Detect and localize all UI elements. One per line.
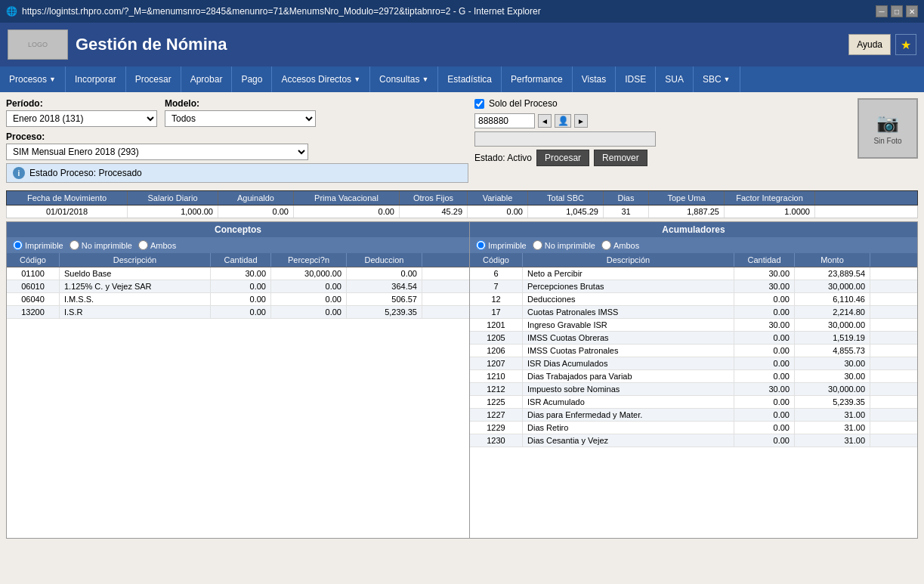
solo-proceso-label: Solo del Proceso [489,98,558,109]
conceptos-ambos-radio[interactable] [138,240,148,250]
acum-ambos-radio[interactable] [601,240,611,250]
con-deduccion-2: 364.54 [347,280,422,292]
acum-desc-5: Ingreso Gravable ISR [523,319,734,331]
minimize-button[interactable]: ─ [876,5,888,17]
acum-cantidad-4: 0.00 [734,306,795,318]
acum-imprimible-radio[interactable] [476,240,486,250]
conceptos-title: Conceptos [7,222,469,237]
con-cantidad-3: 0.00 [211,293,271,305]
nav-aprobar[interactable]: Aprobar [181,66,233,92]
cell-tope: 1,887.25 [649,205,725,218]
acum-codigo-2: 7 [470,280,523,292]
acumuladores-table-header: Código Descripción Cantidad Monto [470,253,917,267]
acum-noimprimible-radio[interactable] [533,240,542,250]
nav-incorporar[interactable]: Incorporar [66,66,126,92]
table-row: 1225 ISR Acumulado 0.00 5,239.35 [470,396,917,409]
acum-noimprimible-label[interactable]: No imprimible [533,240,595,250]
nav-sbc[interactable]: SBC ▼ [694,66,740,92]
acum-desc-9: Dias Trabajados para Variab [523,370,734,382]
maximize-button[interactable]: □ [891,5,903,17]
conceptos-noimprimible-radio[interactable] [70,240,79,250]
acum-cantidad-2: 30.00 [734,280,795,292]
con-col-deduccion: Deduccion [347,253,422,267]
nav-sua[interactable]: SUA [656,66,694,92]
con-deduccion-4: 5,239.35 [347,306,422,318]
procesar-button[interactable]: Procesar [536,150,589,166]
estado-text: Estado Proceso: Procesado [29,168,142,178]
nav-consultas[interactable]: Consultas ▼ [370,66,438,92]
nav-procesos[interactable]: Procesos ▼ [0,66,66,92]
accesos-arrow-icon: ▼ [354,76,360,83]
acum-cantidad-12: 0.00 [734,409,795,421]
bottom-panels: Conceptos Imprimible No imprimible Ambos… [6,221,918,539]
solo-proceso-checkbox[interactable] [474,99,484,109]
conceptos-imprimible-label[interactable]: Imprimible [13,240,63,250]
table-row: 01100 Sueldo Base 30.00 30,000.00 0.00 [7,267,469,280]
acum-ambos-label[interactable]: Ambos [601,240,639,250]
acum-cantidad-1: 30.00 [734,267,795,280]
periodo-label: Período: [6,98,157,109]
acum-codigo-14: 1230 [470,434,523,446]
nav-accesos[interactable]: Accesos Directos ▼ [272,66,370,92]
col-salario: Salario Diario [128,191,218,205]
conceptos-ambos-label[interactable]: Ambos [138,240,176,250]
nav-performance[interactable]: Performance [502,66,573,92]
con-desc-1: Sueldo Base [60,267,211,280]
con-cantidad-1: 30.00 [211,267,271,280]
employee-id-input[interactable] [474,113,535,128]
acum-desc-14: Dias Cesantia y Vejez [523,434,734,446]
proceso-label: Proceso: [6,131,468,142]
acum-monto-10: 30,000.00 [795,383,870,395]
modelo-select[interactable]: Todos [165,110,316,127]
proceso-select[interactable]: SIM Mensual Enero 2018 (293) [6,144,308,160]
person-icon-button[interactable]: 👤 [555,114,571,128]
con-col-desc: Descripción [60,253,211,267]
remover-button[interactable]: Remover [594,150,647,166]
acum-monto-2: 30,000.00 [795,280,870,292]
ayuda-button[interactable]: Ayuda [848,34,891,55]
conceptos-imprimible-radio[interactable] [13,240,23,250]
acum-col-cantidad: Cantidad [734,253,795,267]
logo-placeholder: LOGO [28,41,48,48]
periodo-select[interactable]: Enero 2018 (131) [6,110,157,127]
acum-cantidad-7: 0.00 [734,345,795,357]
employee-photo: 📷 Sin Foto [858,98,918,159]
col-otros: Otros Fijos [400,191,468,205]
prev-employee-button[interactable]: ◄ [538,114,552,128]
table-row: 13200 I.S.R 0.00 0.00 5,239.35 [7,306,469,319]
acum-desc-8: ISR Dias Acumulados [523,357,734,369]
sin-foto-label: Sin Foto [873,137,901,145]
acum-cantidad-5: 30.00 [734,319,795,331]
col-dias: Dias [604,191,649,205]
con-deduccion-3: 506.57 [347,293,422,305]
conceptos-noimprimible-label[interactable]: No imprimible [70,240,132,250]
acum-desc-4: Cuotas Patronales IMSS [523,306,734,318]
acum-desc-6: IMSS Cuotas Obreras [523,332,734,344]
title-bar: 🌐 https://logintst.rhpro.com/?_M=&menums… [0,0,924,23]
nav-pago[interactable]: Pago [232,66,272,92]
con-col-percepcion: Percepci?n [271,253,347,267]
acum-imprimible-label[interactable]: Imprimible [476,240,527,250]
table-row: 1207 ISR Dias Acumulados 0.00 30.00 [470,357,917,370]
nav-vistas[interactable]: Vistas [573,66,616,92]
employee-name-input[interactable] [474,131,656,147]
acumuladores-panel: Acumuladores Imprimible No imprimible Am… [470,221,918,539]
col-tope: Tope Uma [649,191,725,205]
table-row: 1206 IMSS Cuotas Patronales 0.00 4,855.7… [470,345,917,357]
acum-desc-3: Deducciones [523,293,734,305]
acum-monto-14: 31.00 [795,434,870,446]
acum-monto-1: 23,889.54 [795,267,870,280]
close-button[interactable]: ✕ [906,5,918,17]
con-codigo-2: 06010 [7,280,60,292]
favorite-button[interactable]: ★ [895,34,916,55]
cell-salario: 1,000.00 [128,205,218,218]
consultas-arrow-icon: ▼ [422,76,428,83]
con-codigo-1: 01100 [7,267,60,280]
next-employee-button[interactable]: ► [574,114,588,128]
camera-icon: 📷 [876,113,899,134]
con-percepcion-3: 0.00 [271,293,347,305]
nav-estadistica[interactable]: Estadística [438,66,502,92]
cell-total-sbc: 1,045.29 [528,205,604,218]
nav-idse[interactable]: IDSE [616,66,656,92]
nav-procesar[interactable]: Procesar [126,66,181,92]
